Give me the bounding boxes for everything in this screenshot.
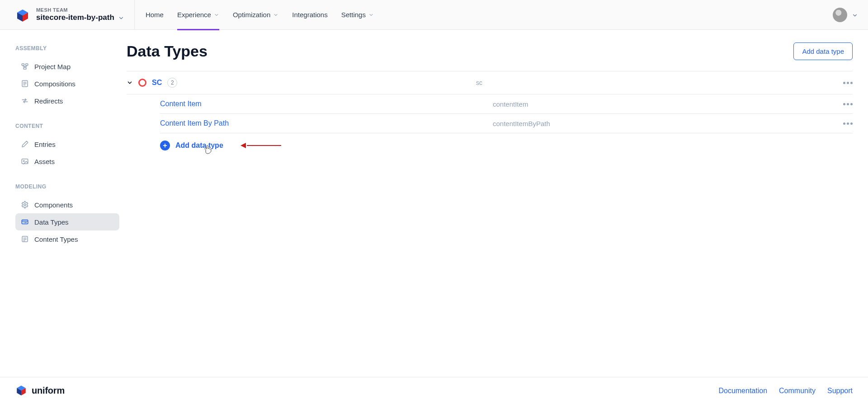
project-map-icon: [21, 62, 29, 70]
chevron-down-icon[interactable]: [127, 80, 133, 86]
compositions-icon: [21, 80, 29, 88]
footer: uniform Documentation Community Support: [0, 377, 868, 404]
sidebar-item-project-map[interactable]: Project Map: [15, 58, 119, 75]
nav-label: Settings: [341, 11, 366, 19]
sidebar-item-label: Content Types: [34, 235, 78, 243]
data-type-group-header: SC 2 sc: [127, 71, 853, 94]
components-icon: [21, 201, 29, 209]
svg-point-10: [24, 160, 24, 161]
assets-icon: [21, 157, 29, 165]
project-switcher[interactable]: MESH TEAM sitecore-item-by-path: [0, 0, 135, 29]
data-type-group: SC 2 sc Content Item contentItem Content…: [127, 71, 853, 150]
nav-label: Experience: [177, 11, 211, 19]
project-switcher-text: MESH TEAM sitecore-item-by-path: [36, 7, 123, 23]
data-type-name-link[interactable]: Content Item: [160, 100, 493, 108]
sidebar-section-modeling: MODELING Components Data Types Content T…: [15, 183, 119, 248]
group-id: sc: [476, 79, 826, 86]
content-types-icon: [21, 235, 29, 243]
sidebar-item-data-types[interactable]: Data Types: [15, 213, 119, 230]
uniform-logo-icon: [15, 8, 30, 22]
svg-rect-12: [22, 220, 28, 224]
main-content: Data Types Add data type SC 2 sc Content: [127, 30, 868, 377]
entries-icon: [21, 140, 29, 148]
nav-optimization[interactable]: Optimization: [233, 0, 278, 30]
group-name-link[interactable]: SC: [152, 79, 162, 87]
sidebar-section-title: CONTENT: [15, 123, 119, 129]
nav-label: Optimization: [233, 11, 270, 19]
chevron-down-icon: [214, 12, 219, 18]
sidebar-section-content: CONTENT Entries Assets: [15, 123, 119, 170]
sidebar-item-label: Project Map: [34, 63, 71, 70]
topbar-left: MESH TEAM sitecore-item-by-path Home Exp…: [0, 0, 374, 29]
chevron-down-icon: [273, 12, 278, 18]
nav-integrations[interactable]: Integrations: [292, 0, 327, 30]
nav-settings[interactable]: Settings: [341, 0, 374, 30]
nav-label: Home: [146, 11, 164, 19]
chevron-down-icon: [118, 15, 123, 20]
chevron-down-icon[interactable]: [852, 12, 857, 18]
footer-brand-text: uniform: [32, 385, 65, 396]
top-nav: Home Experience Optimization Integration…: [135, 0, 374, 29]
sidebar-item-label: Compositions: [34, 80, 75, 88]
data-type-rows: Content Item contentItem Content Item By…: [127, 94, 853, 150]
plus-circle-icon: [160, 141, 170, 150]
sidebar-item-assets[interactable]: Assets: [15, 153, 119, 170]
sidebar-item-components[interactable]: Components: [15, 196, 119, 213]
sidebar-item-entries[interactable]: Entries: [15, 136, 119, 153]
redirects-icon: [21, 97, 29, 105]
group-header-left: SC 2: [127, 78, 476, 88]
footer-link-documentation[interactable]: Documentation: [718, 387, 767, 395]
footer-links: Documentation Community Support: [718, 387, 853, 395]
nav-home[interactable]: Home: [146, 0, 164, 30]
add-data-type-button[interactable]: Add data type: [793, 42, 853, 60]
team-label: MESH TEAM: [36, 7, 123, 13]
topbar-right: [833, 8, 857, 22]
user-avatar[interactable]: [833, 8, 847, 22]
uniform-logo-icon: [15, 384, 27, 398]
data-type-row[interactable]: Content Item contentItem: [160, 94, 853, 114]
sidebar: ASSEMBLY Project Map Compositions Redire…: [0, 30, 127, 377]
project-name: sitecore-item-by-path: [36, 13, 114, 22]
annotation-arrow-icon: [241, 142, 281, 149]
sidebar-item-label: Entries: [34, 141, 56, 148]
data-type-id: contentItemByPath: [493, 120, 826, 127]
sidebar-item-content-types[interactable]: Content Types: [15, 230, 119, 248]
page-body: ASSEMBLY Project Map Compositions Redire…: [0, 30, 868, 377]
data-types-icon: [21, 218, 29, 226]
footer-link-support[interactable]: Support: [827, 387, 853, 395]
sidebar-item-label: Redirects: [34, 97, 63, 105]
data-type-name-link[interactable]: Content Item By Path: [160, 119, 493, 127]
sidebar-section-assembly: ASSEMBLY Project Map Compositions Redire…: [15, 45, 119, 109]
main-header: Data Types Add data type: [127, 42, 853, 60]
data-type-id: contentItem: [493, 100, 826, 108]
sidebar-section-title: ASSEMBLY: [15, 45, 119, 52]
sidebar-item-compositions[interactable]: Compositions: [15, 75, 119, 92]
sidebar-item-label: Data Types: [34, 218, 69, 226]
footer-brand-block: uniform: [15, 384, 65, 398]
add-data-type-inline[interactable]: Add data type: [160, 133, 853, 150]
page-title: Data Types: [127, 42, 208, 60]
sidebar-item-label: Components: [34, 201, 73, 209]
sidebar-section-title: MODELING: [15, 183, 119, 190]
nav-label: Integrations: [292, 11, 327, 19]
nav-experience[interactable]: Experience: [177, 0, 219, 30]
footer-link-community[interactable]: Community: [779, 387, 816, 395]
row-actions-menu[interactable]: [826, 122, 853, 125]
sidebar-item-label: Assets: [34, 158, 55, 165]
chevron-down-icon: [368, 12, 374, 18]
topbar: MESH TEAM sitecore-item-by-path Home Exp…: [0, 0, 868, 30]
group-count-badge: 2: [167, 78, 177, 88]
group-actions-menu[interactable]: [826, 82, 853, 84]
row-actions-menu[interactable]: [826, 103, 853, 105]
data-type-row[interactable]: Content Item By Path contentItemByPath: [160, 114, 853, 133]
sidebar-item-redirects[interactable]: Redirects: [15, 92, 119, 109]
sitecore-icon: [138, 79, 146, 87]
svg-point-11: [24, 204, 26, 206]
add-data-type-inline-label: Add data type: [175, 141, 223, 150]
